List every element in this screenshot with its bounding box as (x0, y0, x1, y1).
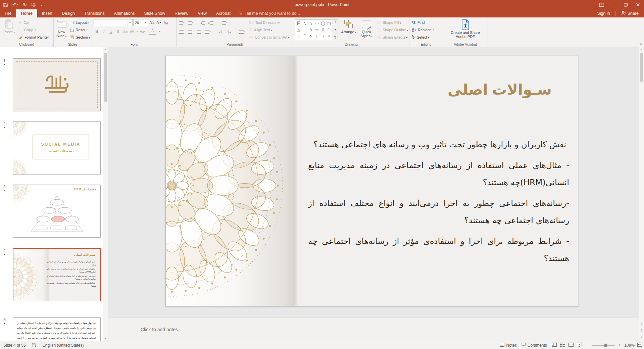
previous-slide-button[interactable]: ˄˄ (641, 322, 643, 326)
tab-review[interactable]: Review (170, 9, 193, 17)
font-dialog-launcher-icon[interactable]: ⌟ (174, 43, 176, 46)
slide-body-placeholder[interactable]: -نقش کاربران و بازارها چطور تحت تاثیر وب… (308, 136, 569, 270)
shape-down-arrow-icon[interactable]: ⇩ (321, 28, 325, 32)
zoom-slider[interactable] (592, 345, 615, 346)
align-left-button[interactable] (178, 29, 185, 35)
character-spacing-button[interactable]: AV↔▾ (129, 28, 138, 35)
comments-toggle[interactable]: Comments (522, 343, 547, 348)
shape-effects-button[interactable]: Shape Effects (376, 34, 409, 41)
font-size-combo[interactable]: 20▾ (133, 19, 148, 26)
ribbon-display-options-icon[interactable] (596, 0, 608, 9)
shape-freeform-icon[interactable]: ʃ (298, 34, 299, 38)
increase-font-size-button[interactable]: A▲ (149, 19, 155, 26)
shape-rectangle-icon[interactable]: ▭ (315, 21, 318, 26)
thumbnail-slide-3[interactable]: چشم‌انداز HRM (13, 185, 101, 238)
tab-transitions[interactable]: Transitions (80, 9, 109, 17)
text-direction-button[interactable]: ⇅AText Direction (248, 19, 290, 26)
tab-animations[interactable]: Animations (109, 9, 140, 17)
shape-curve-icon[interactable]: ∿ (309, 34, 312, 38)
bullets-button[interactable]: ▾ (178, 19, 185, 26)
next-slide-button[interactable]: ˅˅ (641, 329, 643, 332)
shape-outline-button[interactable]: Shape Outline (376, 27, 409, 33)
spell-check-icon[interactable] (32, 343, 37, 347)
shape-triangle-icon[interactable]: △ (297, 28, 300, 32)
scroll-down-icon[interactable]: ▼ (103, 336, 108, 341)
select-button[interactable]: Select (411, 34, 441, 41)
close-icon[interactable]: ✕ (632, 0, 644, 9)
ltr-text-direction-button[interactable]: ▸¶ (217, 29, 224, 35)
collapse-ribbon-icon[interactable]: ˄ (640, 42, 642, 46)
convert-to-smartart-button[interactable]: Convert to SmartArt (248, 34, 290, 41)
replace-button[interactable]: abacReplace▾ (411, 27, 441, 33)
clipboard-dialog-launcher-icon[interactable]: ⌟ (51, 43, 53, 46)
font-name-combo[interactable]: ▾ (94, 19, 133, 26)
start-from-beginning-icon[interactable] (32, 3, 36, 7)
tab-view[interactable]: View (193, 9, 211, 17)
decrease-font-size-button[interactable]: A▼ (156, 19, 162, 26)
reading-view-button[interactable] (568, 343, 574, 348)
columns-button[interactable]: ▾ (239, 29, 246, 35)
shape-rounded-rectangle-icon[interactable]: ▢ (327, 21, 331, 26)
reset-button[interactable]: Reset (69, 27, 91, 33)
numbering-button[interactable]: ▾ (187, 19, 194, 26)
slide-vertical-scrollbar[interactable]: ▲ ˄˄ ˅˅ ▼ (639, 47, 644, 341)
decrease-indent-button[interactable]: ◂ (199, 19, 206, 26)
layout-button[interactable]: Layout (69, 19, 91, 26)
scrollbar-thumb[interactable] (640, 53, 643, 82)
bold-button[interactable]: B (94, 28, 100, 35)
text-shadow-button[interactable]: S (115, 28, 121, 35)
font-color-button[interactable]: A (149, 28, 156, 35)
paragraph-dialog-launcher-icon[interactable]: ⌟ (291, 43, 292, 46)
shapes-scroll-down-icon[interactable]: ▼ (334, 29, 337, 31)
shape-oval-icon[interactable]: ◯ (321, 21, 325, 26)
restore-icon[interactable] (620, 0, 632, 9)
scroll-up-icon[interactable]: ▲ (103, 47, 108, 52)
language-status[interactable]: English (United States) (43, 343, 84, 348)
create-and-share-adobe-pdf-button[interactable]: Create and ShareAdobe PDF (445, 18, 486, 39)
fit-slide-to-window-button[interactable] (637, 343, 642, 348)
line-spacing-button[interactable]: ↕▾ (219, 19, 228, 26)
tab-home[interactable]: Home (16, 9, 37, 17)
copy-button[interactable]: Copy▾ (18, 27, 50, 33)
tab-file[interactable]: File (0, 9, 16, 17)
customize-quick-access-icon[interactable]: ▾ (41, 3, 42, 7)
shape-snip-rectangle-icon[interactable]: ◻ (328, 28, 331, 32)
clear-formatting-button[interactable]: A (163, 19, 169, 26)
zoom-slider-thumb[interactable] (604, 344, 607, 347)
drawing-dialog-launcher-icon[interactable]: ⌟ (407, 43, 408, 46)
italic-button[interactable]: I (101, 28, 107, 35)
rtl-text-direction-button[interactable]: ¶◂ (226, 29, 233, 35)
increase-indent-button[interactable]: ▸ (208, 19, 214, 26)
justify-button[interactable]: ▾ (204, 29, 211, 35)
paste-button[interactable]: Paste (2, 18, 16, 41)
undo-icon[interactable]: ↶▾ (12, 2, 18, 7)
shape-right-brace-icon[interactable]: } (323, 34, 324, 38)
normal-view-button[interactable] (552, 343, 557, 348)
shape-right-arrow-icon[interactable]: ⇨ (315, 28, 318, 32)
change-case-button[interactable]: Aa▾ (139, 28, 146, 35)
minimize-icon[interactable] (608, 0, 620, 9)
shapes-more-icon[interactable]: ▼ (334, 36, 337, 39)
scroll-down-icon[interactable]: ▼ (641, 335, 643, 340)
shape-elbow-arrow-icon[interactable]: ↳ (309, 28, 312, 32)
zoom-in-button[interactable]: + (618, 343, 621, 348)
zoom-percentage[interactable]: 109% (623, 343, 635, 348)
slide-title-placeholder[interactable]: سـوالات اصلی (448, 81, 552, 98)
slide-show-button[interactable] (577, 343, 582, 348)
slide-sorter-view-button[interactable] (560, 343, 565, 348)
align-text-button[interactable]: Align Text (248, 27, 290, 33)
strikethrough-button[interactable]: abc (122, 28, 129, 35)
shapes-scroll-up-icon[interactable]: ▲ (334, 20, 337, 23)
thumbnail-slide-4-selected[interactable]: سـوالات اصلی -نقش کاربران و بازارها چطور… (13, 248, 101, 301)
tab-insert[interactable]: Insert (37, 9, 57, 17)
thumbnail-pane-scrollbar[interactable]: ▲ ▼ (103, 47, 108, 341)
share-button[interactable]: Share (615, 11, 644, 16)
underline-button[interactable]: U (108, 28, 114, 35)
zoom-out-button[interactable]: − (587, 343, 589, 348)
shape-text-box-icon[interactable]: A (297, 21, 300, 25)
cut-button[interactable]: ✂Cut (18, 19, 50, 26)
new-slide-button[interactable]: NewSlide (55, 18, 67, 41)
shape-line-icon[interactable]: ╲ (304, 21, 306, 26)
thumbnail-slide-5[interactable]: این چهار سوال، راهنمای ما خواهد بود وقتی… (13, 317, 101, 341)
notes-toggle[interactable]: Notes (500, 343, 516, 348)
